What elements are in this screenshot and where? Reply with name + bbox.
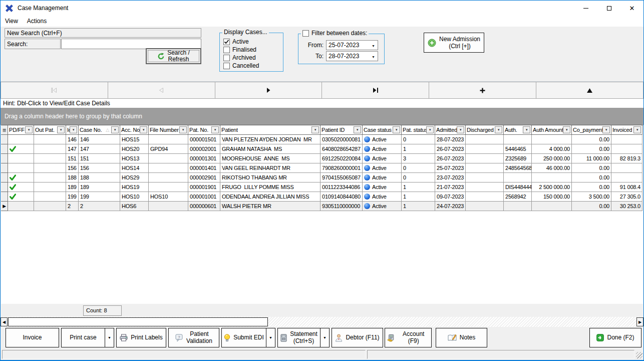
cell-acc_no: HOS19: [120, 183, 149, 192]
prior-record-icon: [159, 88, 164, 93]
cancelled-checkbox[interactable]: [223, 63, 230, 69]
scroll-right-button[interactable]: ▶: [636, 317, 643, 326]
statement-button[interactable]: Statement (Ctrl+S) ▼: [277, 328, 330, 347]
column-header-admitted[interactable]: Admitted▼: [435, 125, 466, 135]
new-admission-button[interactable]: New Admission (Ctrl [+]): [424, 33, 484, 53]
finalised-checkbox[interactable]: [223, 47, 230, 53]
to-date-dropdown[interactable]: 28-07-2023 ▼: [326, 51, 378, 61]
cell-auth_amount: 4 000.00: [532, 144, 572, 154]
column-filter-button[interactable]: ▼: [111, 126, 119, 133]
column-header-auth_amount[interactable]: Auth Amount▼: [532, 125, 572, 135]
sort-ascending-icon: △: [106, 127, 110, 132]
column-header-id[interactable]: Id▼: [66, 125, 79, 135]
column-header-invoiced[interactable]: Invoiced▼: [611, 125, 642, 135]
column-header-pat_status[interactable]: Pat. status▼: [402, 125, 435, 135]
first-record-icon: [51, 88, 57, 93]
column-filter-button[interactable]: ▼: [57, 126, 65, 133]
column-filter-button[interactable]: ▼: [457, 126, 464, 133]
search-label: Search:: [5, 39, 61, 49]
next-record-button[interactable]: [215, 82, 323, 99]
table-row[interactable]: 156156HOS14000001401VAN GEEL REINHARDT M…: [1, 163, 643, 173]
column-header-patient[interactable]: Patient▼: [220, 125, 320, 135]
column-header-auth[interactable]: Auth.▼: [504, 125, 532, 135]
column-header-patient_id[interactable]: Patient ID▼: [320, 125, 363, 135]
group-by-bar[interactable]: Drag a column header here to group by th…: [1, 108, 643, 125]
minimize-button[interactable]: [574, 1, 597, 16]
maximize-button[interactable]: [597, 1, 620, 16]
from-date-dropdown[interactable]: 25-07-2023 ▼: [326, 40, 378, 50]
table-row[interactable]: ▶22HOS6000000601WALSH PIETER MR930511000…: [1, 202, 643, 211]
column-filter-button[interactable]: ▼: [140, 126, 147, 133]
prior-record-button[interactable]: [108, 82, 215, 99]
horizontal-scrollbar[interactable]: ◀ ▶: [1, 317, 643, 327]
column-header-pat_no[interactable]: Pat. No.▼: [188, 125, 220, 135]
invoice-button[interactable]: Invoice: [6, 328, 59, 347]
insert-record-button[interactable]: [429, 82, 536, 99]
edit-record-button[interactable]: [536, 82, 643, 99]
column-filter-button[interactable]: ▼: [393, 126, 400, 133]
filter-dates-checkbox[interactable]: [302, 30, 309, 37]
column-filter-button[interactable]: ▼: [354, 126, 361, 133]
column-header-case_no[interactable]: Case No.△▼: [79, 125, 120, 135]
archived-checkbox[interactable]: [223, 55, 230, 61]
print-labels-button[interactable]: Print Labels: [116, 328, 166, 347]
column-filter-button[interactable]: ▼: [633, 126, 641, 133]
menu-view[interactable]: View: [1, 16, 23, 26]
account-button[interactable]: Account (F9): [385, 328, 432, 347]
search-refresh-button[interactable]: Search / Refresh: [146, 48, 201, 64]
column-filter-button[interactable]: ▼: [311, 126, 319, 133]
cell-admitted: 21-07-2023: [435, 183, 466, 192]
column-header-out_pat[interactable]: Out Pat.▼: [34, 125, 66, 135]
resize-grip[interactable]: [636, 352, 642, 358]
scrollbar-thumb[interactable]: [8, 317, 268, 326]
menu-actions[interactable]: Actions: [23, 16, 51, 26]
debtor-button[interactable]: Debtor (F11): [332, 328, 383, 347]
close-button[interactable]: ✕: [620, 1, 643, 16]
submit-edi-button[interactable]: Submit EDI ▼: [221, 328, 275, 347]
checkbox-active[interactable]: Active: [223, 38, 249, 45]
cell-id: 147: [66, 144, 79, 154]
column-header-case_status[interactable]: Case status▼: [363, 125, 402, 135]
column-filter-button[interactable]: ▼: [495, 126, 502, 133]
checkbox-finalised[interactable]: Finalised: [223, 46, 256, 53]
column-header-pdff[interactable]: PD/FF▼: [8, 125, 34, 135]
cell-acc_no: HOS13: [120, 154, 149, 163]
column-filter-button[interactable]: ▼: [70, 126, 77, 133]
column-filter-button[interactable]: ▼: [602, 126, 610, 133]
print-case-dropdown-arrow[interactable]: ▼: [105, 328, 114, 347]
checkbox-archived[interactable]: Archived: [223, 54, 256, 61]
checkbox-cancelled[interactable]: Cancelled: [223, 62, 259, 69]
column-filter-button[interactable]: ▼: [211, 126, 219, 133]
print-case-button[interactable]: Print case ▼: [61, 328, 114, 347]
notes-icon: [448, 334, 457, 341]
last-record-button[interactable]: [322, 82, 429, 99]
submit-edi-dropdown-arrow[interactable]: ▼: [266, 328, 275, 347]
table-row[interactable]: 146146HOS15000001501VAN PLETZEN AYDEN JO…: [1, 135, 643, 144]
first-record-button[interactable]: [1, 82, 108, 99]
column-filter-button[interactable]: ▼: [426, 126, 434, 133]
column-filter-button[interactable]: ▼: [179, 126, 187, 133]
table-row[interactable]: 189189HOS19000001901FRUGO LILLY POMME MI…: [1, 183, 643, 192]
cell-auth_amount: 46 000.00: [532, 163, 572, 173]
pd-ff-check-icon: [10, 174, 16, 181]
table-row[interactable]: 151151HOS13000001301MOOREHOUSE ANNE MS69…: [1, 154, 643, 163]
statement-dropdown-arrow[interactable]: ▼: [320, 328, 329, 347]
cell-auth: Z325689: [504, 154, 532, 163]
column-header-co_payment[interactable]: Co_payment▼: [572, 125, 611, 135]
table-row[interactable]: 199199HOS10HOS10000001001ODENDAAL ANDREA…: [1, 192, 643, 202]
done-button[interactable]: Done (F2): [589, 328, 641, 347]
scroll-left-button[interactable]: ◀: [1, 317, 8, 326]
column-filter-button[interactable]: ▼: [563, 126, 570, 133]
active-checkbox[interactable]: [223, 39, 230, 45]
table-row[interactable]: 147147HOS20GPD94000002001GRAHAM NATASHA …: [1, 144, 643, 154]
search-input[interactable]: [61, 39, 201, 49]
column-header-file_number[interactable]: File Number▼: [149, 125, 188, 135]
table-row[interactable]: 188188HOS29000002901RIKOTSHO THABANG MR9…: [1, 173, 643, 183]
column-filter-button[interactable]: ▼: [523, 126, 530, 133]
column-filter-button[interactable]: ▼: [25, 126, 33, 133]
minimize-icon: [583, 8, 588, 9]
patient-validation-button[interactable]: ? Patient Validation: [168, 328, 219, 347]
notes-button[interactable]: Notes: [436, 328, 487, 347]
column-header-acc_no[interactable]: Acc. No.▼: [120, 125, 149, 135]
column-header-discharged[interactable]: Discharged▼: [466, 125, 504, 135]
